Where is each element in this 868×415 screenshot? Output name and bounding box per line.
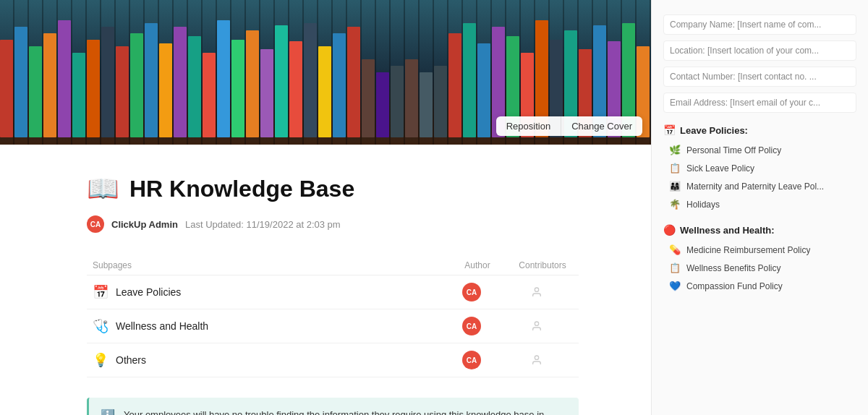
leave-policies-name: Leave Policies [116, 286, 443, 298]
maternity-label: Maternity and Paternity Leave Pol... [686, 181, 824, 192]
pto-label: Personal Time Off Policy [686, 145, 781, 155]
col-header-contributors: Contributors [506, 260, 579, 270]
author-name: ClickUp Admin [111, 219, 178, 230]
sidebar-link-medicine[interactable]: 💊 Medicine Reimbursement Policy [663, 241, 856, 258]
cover-toolbar: Reposition Change Cover [496, 116, 642, 136]
email-value: Email Address: [Insert email of your c..… [663, 93, 856, 113]
wellness-author: CA [462, 317, 481, 335]
col-header-author: Author [448, 260, 506, 270]
others-name: Others [116, 354, 443, 366]
compassion-label: Compassion Fund Policy [686, 281, 783, 291]
leave-section-title: Leave Policies: [680, 125, 748, 136]
sidebar-link-compassion-fund[interactable]: 💙 Compassion Fund Policy [663, 278, 856, 294]
info-callout: ℹ️ Your employees will have no trouble f… [87, 398, 579, 415]
cover-image: Reposition Change Cover [0, 0, 651, 145]
callout-icon: ℹ️ [101, 408, 115, 415]
main-content: Reposition Change Cover 📖 HR Knowledge B… [0, 0, 651, 415]
page-title-row: 📖 HR Knowledge Base [87, 174, 579, 204]
wellness-benefits-icon: 📋 [669, 262, 681, 273]
wellness-section-emoji: 🔴 [663, 224, 676, 236]
sidebar-field-company: Company Name: [Insert name of com... [663, 14, 856, 35]
sidebar-link-pto[interactable]: 🌿 Personal Time Off Policy [663, 142, 856, 158]
sick-leave-icon: 📋 [669, 163, 681, 174]
sidebar-field-location: Location: [Insert location of your com..… [663, 40, 856, 61]
author-avatar: CA [87, 215, 104, 233]
subpages-header: Subpages Author Contributors [87, 256, 579, 275]
maternity-icon: 👨‍👩‍👧 [669, 181, 681, 192]
leave-section-emoji: 📅 [663, 124, 676, 136]
medicine-label: Medicine Reimbursement Policy [686, 245, 810, 255]
others-contributor [501, 354, 573, 366]
sidebar-link-sick-leave[interactable]: 📋 Sick Leave Policy [663, 160, 856, 176]
page-title: HR Knowledge Base [129, 176, 354, 202]
holidays-label: Holidays [686, 200, 720, 210]
subpages-section: Subpages Author Contributors 📅 Leave Pol… [87, 256, 579, 377]
compassion-icon: 💙 [669, 281, 681, 291]
wellness-contributor [501, 320, 573, 332]
sidebar-link-wellness-benefits[interactable]: 📋 Wellness Benefits Policy [663, 260, 856, 276]
svg-point-0 [535, 288, 538, 291]
subpage-row-wellness[interactable]: 🩺 Wellness and Health CA [87, 309, 579, 343]
sidebar-field-email: Email Address: [Insert email of your c..… [663, 93, 856, 113]
company-name-value: Company Name: [Insert name of com... [663, 14, 856, 35]
svg-point-1 [535, 322, 538, 325]
sidebar-field-contact: Contact Number: [Insert contact no. ... [663, 67, 856, 87]
subpage-row-others[interactable]: 💡 Others CA [87, 343, 579, 377]
location-value: Location: [Insert location of your com..… [663, 40, 856, 61]
page-body: 📖 HR Knowledge Base CA ClickUp Admin Las… [0, 145, 622, 415]
right-sidebar: Company Name: [Insert name of com... Loc… [651, 0, 868, 415]
wellness-section-title: Wellness and Health: [680, 225, 775, 236]
leave-policies-icon: 📅 [93, 284, 109, 300]
wellness-benefits-label: Wellness Benefits Policy [686, 263, 781, 273]
change-cover-button[interactable]: Change Cover [561, 116, 642, 136]
others-author: CA [462, 351, 481, 369]
contact-value: Contact Number: [Insert contact no. ... [663, 67, 856, 87]
sidebar-leave-section-header: 📅 Leave Policies: [663, 124, 856, 136]
leave-policies-contributor [501, 286, 573, 298]
sidebar-link-maternity[interactable]: 👨‍👩‍👧 Maternity and Paternity Leave Pol.… [663, 178, 856, 194]
svg-point-2 [535, 356, 538, 359]
last-updated: Last Updated: 11/19/2022 at 2:03 pm [185, 219, 341, 230]
others-icon: 💡 [93, 352, 109, 368]
medicine-icon: 💊 [669, 244, 681, 255]
sick-leave-label: Sick Leave Policy [686, 163, 754, 174]
holidays-icon: 🌴 [669, 199, 681, 210]
callout-text: Your employees will have no trouble find… [124, 408, 567, 415]
wellness-name: Wellness and Health [116, 320, 443, 332]
pto-icon: 🌿 [669, 145, 681, 155]
subpage-row-leave-policies[interactable]: 📅 Leave Policies CA [87, 275, 579, 309]
reposition-button[interactable]: Reposition [496, 116, 561, 136]
page-emoji: 📖 [87, 174, 119, 204]
sidebar-wellness-section-header: 🔴 Wellness and Health: [663, 224, 856, 236]
meta-row: CA ClickUp Admin Last Updated: 11/19/202… [87, 215, 579, 233]
wellness-icon: 🩺 [93, 318, 109, 334]
sidebar-link-holidays[interactable]: 🌴 Holidays [663, 196, 856, 213]
leave-policies-author: CA [462, 283, 481, 301]
col-header-name: Subpages [87, 260, 448, 270]
